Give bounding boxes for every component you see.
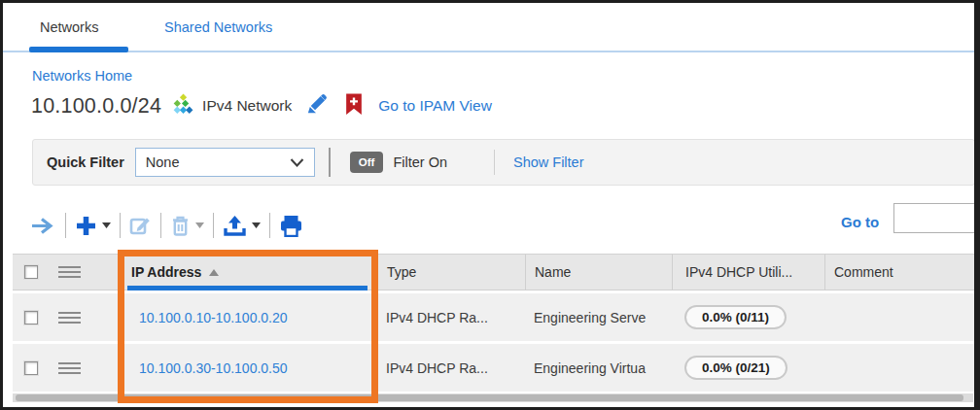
type-cell: IPv4 DHCP Ra... <box>386 360 488 376</box>
networks-table: IP Address Type Name IPv4 DHCP Utili... … <box>13 254 975 392</box>
toolbar-separator <box>269 213 270 238</box>
horizontal-scrollbar[interactable] <box>13 393 973 402</box>
ip-range-link[interactable]: 10.100.0.30-10.100.0.50 <box>139 360 288 376</box>
page-title: 10.100.0.0/24 <box>31 94 161 119</box>
tab-shared-networks[interactable]: Shared Networks <box>164 19 272 35</box>
header-ip-address[interactable]: IP Address <box>120 255 377 290</box>
name-cell: Engineering Serve <box>534 310 646 325</box>
edit-pencil-icon[interactable] <box>305 93 328 120</box>
row-menu-icon[interactable] <box>58 359 81 377</box>
ipv4-network-icon <box>170 92 194 120</box>
table-toolbar <box>30 209 303 242</box>
goto-input[interactable] <box>893 203 977 233</box>
select-all-checkbox[interactable] <box>24 265 38 279</box>
divider <box>494 150 495 175</box>
type-cell: IPv4 DHCP Ra... <box>386 310 488 325</box>
print-button[interactable] <box>279 215 303 237</box>
quick-filter-selected-value: None <box>146 154 180 170</box>
header-name-label: Name <box>535 264 571 280</box>
chevron-down-icon <box>290 158 304 167</box>
delete-button[interactable] <box>170 215 204 237</box>
divider <box>329 148 331 177</box>
header-dhcp-label: IPv4 DHCP Utili... <box>685 264 792 280</box>
active-tab-underline <box>29 47 128 52</box>
header-menu-cell <box>48 263 120 281</box>
header-name[interactable]: Name <box>525 255 672 290</box>
header-comment-label: Comment <box>834 264 893 280</box>
toolbar-separator <box>213 213 214 238</box>
header-type-label: Type <box>387 264 416 280</box>
name-cell: Engineering Virtua <box>534 360 646 376</box>
ip-range-link[interactable]: 10.100.0.10-10.100.0.20 <box>139 310 288 325</box>
networks-home-link[interactable]: Networks Home <box>32 68 132 84</box>
filter-toggle-button[interactable]: Off <box>350 152 384 173</box>
scrollbar-thumb[interactable] <box>16 394 963 401</box>
quick-filter-bar: Quick Filter None Off Filter On Show Fil… <box>32 139 975 186</box>
tab-bar: Networks Shared Networks <box>3 3 974 52</box>
toolbar-separator <box>160 213 161 238</box>
row-checkbox[interactable] <box>24 311 38 325</box>
go-arrow-icon[interactable] <box>30 217 56 235</box>
add-button[interactable] <box>75 215 111 237</box>
sorted-column-underline <box>127 286 368 290</box>
bookmark-add-icon[interactable] <box>345 93 363 120</box>
edit-button[interactable] <box>129 215 152 237</box>
dhcp-utilization-badge: 0.0% (0/21) <box>684 356 788 380</box>
header-comment[interactable]: Comment <box>824 255 975 290</box>
toolbar-separator <box>120 213 121 238</box>
tab-networks[interactable]: Networks <box>40 19 98 35</box>
header-ip-label: IP Address <box>131 264 201 280</box>
goto-label: Go to <box>841 214 879 230</box>
delete-dropdown-caret-icon <box>195 222 204 228</box>
header-checkbox-cell <box>13 265 48 279</box>
header-type[interactable]: Type <box>377 255 525 290</box>
table-row: 10.100.0.30-10.100.0.50 IPv4 DHCP Ra... … <box>13 344 975 392</box>
go-to-ipam-link[interactable]: Go to IPAM View <box>378 97 492 115</box>
export-button[interactable] <box>223 215 261 237</box>
app-window: Networks Shared Networks Networks Home 1… <box>0 0 980 410</box>
filter-on-label: Filter On <box>393 154 447 170</box>
dhcp-utilization-badge: 0.0% (0/11) <box>684 305 787 329</box>
show-filter-link[interactable]: Show Filter <box>513 154 584 170</box>
table-header-row: IP Address Type Name IPv4 DHCP Utili... … <box>13 254 975 290</box>
header-dhcp-utilization[interactable]: IPv4 DHCP Utili... <box>672 255 824 290</box>
quick-filter-select[interactable]: None <box>135 148 315 177</box>
toolbar-separator <box>65 213 66 238</box>
row-checkbox[interactable] <box>24 361 38 375</box>
table-menu-icon[interactable] <box>58 263 81 281</box>
add-dropdown-caret-icon <box>102 222 111 228</box>
table-row: 10.100.0.10-10.100.0.20 IPv4 DHCP Ra... … <box>13 293 975 341</box>
sort-ascending-icon <box>209 269 219 276</box>
title-row: 10.100.0.0/24 IPv4 Network <box>31 88 492 123</box>
export-dropdown-caret-icon <box>252 222 261 228</box>
network-type-label: IPv4 Network <box>202 97 292 115</box>
quick-filter-label: Quick Filter <box>47 154 124 170</box>
row-menu-icon[interactable] <box>58 309 81 326</box>
